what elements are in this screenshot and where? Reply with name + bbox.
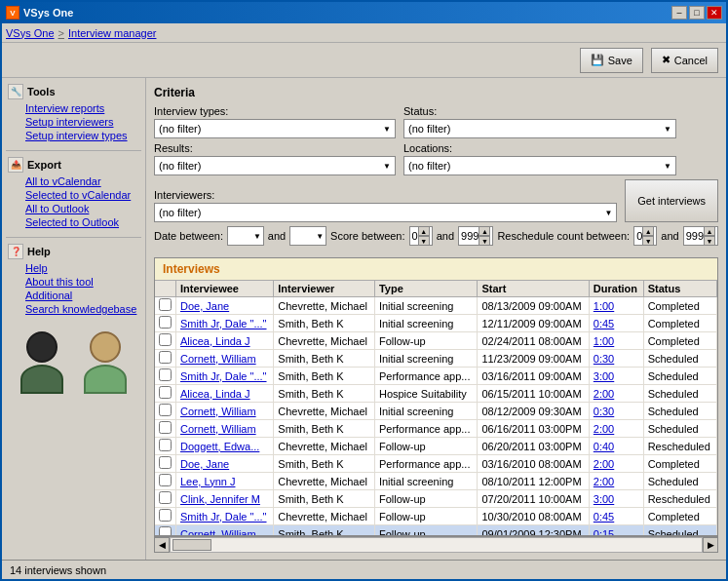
table-row[interactable]: Cornett, William Smith, Beth K Performan… bbox=[155, 420, 717, 438]
interviewers-select[interactable]: (no filter) ▼ bbox=[154, 203, 617, 222]
sidebar-item-selected-outlook[interactable]: Selected to Outlook bbox=[6, 215, 141, 229]
table-row[interactable]: Cornett, William Smith, Beth K Follow-up… bbox=[155, 525, 717, 536]
reschedule-max-input[interactable]: 999 ▲ ▼ bbox=[683, 226, 718, 246]
row-checkbox[interactable] bbox=[159, 509, 172, 522]
row-checkbox[interactable] bbox=[159, 404, 172, 416]
sidebar-item-help[interactable]: Help bbox=[6, 261, 141, 275]
scroll-left-button[interactable]: ◀ bbox=[154, 537, 170, 553]
table-row[interactable]: Cornett, William Chevrette, Michael Init… bbox=[155, 403, 717, 420]
row-checkbox-cell[interactable] bbox=[155, 403, 176, 420]
sidebar-item-setup-interviewers[interactable]: Setup interviewers bbox=[6, 115, 141, 129]
interview-types-select[interactable]: (no filter) ▼ bbox=[154, 119, 396, 138]
row-checkbox[interactable] bbox=[159, 368, 172, 381]
cancel-button[interactable]: ✖ Cancel bbox=[651, 48, 718, 73]
col-checkbox[interactable] bbox=[155, 281, 176, 297]
score-max-value: 999 bbox=[461, 230, 479, 242]
table-row[interactable]: Cornett, William Smith, Beth K Initial s… bbox=[155, 350, 717, 368]
sidebar-item-interview-reports[interactable]: Interview reports bbox=[6, 101, 141, 115]
table-row[interactable]: Smith Jr, Dale "..." Smith, Beth K Perfo… bbox=[155, 368, 717, 385]
row-checkbox-cell[interactable] bbox=[155, 438, 176, 455]
row-checkbox[interactable] bbox=[159, 439, 172, 451]
row-checkbox-cell[interactable] bbox=[155, 508, 176, 525]
get-interviews-button[interactable]: Get interviews bbox=[625, 179, 718, 222]
tools-header[interactable]: 🔧 Tools bbox=[6, 82, 141, 101]
row-checkbox[interactable] bbox=[159, 474, 172, 486]
row-checkbox[interactable] bbox=[159, 351, 172, 364]
sidebar-item-selected-vcalendar[interactable]: Selected to vCalendar bbox=[6, 188, 141, 202]
row-checkbox-cell[interactable] bbox=[155, 420, 176, 438]
table-row[interactable]: Clink, Jennifer M Smith, Beth K Follow-u… bbox=[155, 490, 717, 508]
sidebar-item-about-tool[interactable]: About this tool bbox=[6, 275, 141, 289]
score-min-up[interactable]: ▲ bbox=[418, 226, 430, 236]
row-checkbox[interactable] bbox=[159, 456, 172, 469]
row-checkbox-cell[interactable] bbox=[155, 332, 176, 350]
row-checkbox-cell[interactable] bbox=[155, 315, 176, 332]
table-row[interactable]: Doe, Jane Chevrette, Michael Initial scr… bbox=[155, 297, 717, 315]
col-type[interactable]: Type bbox=[374, 281, 478, 297]
maximize-button[interactable]: □ bbox=[689, 6, 705, 19]
row-checkbox-cell[interactable] bbox=[155, 490, 176, 508]
row-checkbox[interactable] bbox=[159, 386, 172, 399]
row-checkbox-cell[interactable] bbox=[155, 473, 176, 490]
horizontal-scrollbar[interactable] bbox=[170, 537, 703, 553]
reschedule-min-up[interactable]: ▲ bbox=[642, 226, 654, 236]
col-duration[interactable]: Duration bbox=[589, 281, 643, 297]
row-checkbox[interactable] bbox=[159, 298, 172, 311]
table-row[interactable]: Smith Jr, Dale "..." Smith, Beth K Initi… bbox=[155, 315, 717, 332]
score-max-input[interactable]: 999 ▲ ▼ bbox=[458, 226, 493, 246]
table-container[interactable]: Interviewee Interviewer Type Start Durat… bbox=[155, 281, 717, 535]
score-max-down[interactable]: ▼ bbox=[479, 236, 490, 246]
scrollbar-thumb[interactable] bbox=[172, 539, 211, 551]
menu-interview-manager[interactable]: Interview manager bbox=[68, 27, 157, 39]
interviews-header: Interviews bbox=[155, 258, 717, 281]
date-to-input[interactable]: ▼ bbox=[289, 226, 326, 246]
score-min-down[interactable]: ▼ bbox=[418, 236, 430, 246]
row-checkbox-cell[interactable] bbox=[155, 350, 176, 368]
table-row[interactable]: Smith Jr, Dale "..." Chevrette, Michael … bbox=[155, 508, 717, 525]
row-interviewer: Smith, Beth K bbox=[274, 368, 375, 385]
reschedule-min-down[interactable]: ▼ bbox=[642, 236, 654, 246]
help-header[interactable]: ❓ Help bbox=[6, 242, 141, 261]
menu-vsys-one[interactable]: VSys One bbox=[6, 27, 55, 39]
col-interviewee[interactable]: Interviewee bbox=[176, 281, 274, 297]
close-button[interactable]: ✕ bbox=[707, 6, 722, 19]
minimize-button[interactable]: – bbox=[671, 6, 687, 19]
row-duration: 3:00 bbox=[589, 368, 643, 385]
row-checkbox-cell[interactable] bbox=[155, 525, 176, 536]
row-checkbox[interactable] bbox=[159, 491, 172, 504]
row-checkbox-cell[interactable] bbox=[155, 368, 176, 385]
table-row[interactable]: Doe, Jane Smith, Beth K Performance app.… bbox=[155, 455, 717, 473]
table-row[interactable]: Lee, Lynn J Chevrette, Michael Initial s… bbox=[155, 473, 717, 490]
row-interviewee: Cornett, William bbox=[176, 403, 274, 420]
col-status[interactable]: Status bbox=[643, 281, 716, 297]
row-checkbox-cell[interactable] bbox=[155, 385, 176, 403]
row-checkbox[interactable] bbox=[159, 526, 172, 535]
col-interviewer[interactable]: Interviewer bbox=[274, 281, 375, 297]
scroll-right-button[interactable]: ▶ bbox=[703, 537, 718, 553]
row-checkbox-cell[interactable] bbox=[155, 455, 176, 473]
sidebar-item-search-kb[interactable]: Search knowledgebase bbox=[6, 302, 141, 316]
row-checkbox[interactable] bbox=[159, 421, 172, 434]
export-header[interactable]: 📤 Export bbox=[6, 155, 141, 174]
sidebar-item-all-outlook[interactable]: All to Outlook bbox=[6, 202, 141, 215]
reschedule-min-input[interactable]: 0 ▲ ▼ bbox=[633, 226, 657, 246]
col-start[interactable]: Start bbox=[478, 281, 589, 297]
reschedule-max-down[interactable]: ▼ bbox=[704, 236, 715, 246]
table-row[interactable]: Alicea, Linda J Smith, Beth K Hospice Su… bbox=[155, 385, 717, 403]
results-select[interactable]: (no filter) ▼ bbox=[154, 156, 396, 175]
sidebar-item-setup-interview-types[interactable]: Setup interview types bbox=[6, 129, 141, 142]
score-min-input[interactable]: 0 ▲ ▼ bbox=[409, 226, 433, 246]
row-checkbox[interactable] bbox=[159, 316, 172, 329]
table-row[interactable]: Doggett, Edwa... Chevrette, Michael Foll… bbox=[155, 438, 717, 455]
status-select[interactable]: (no filter) ▼ bbox=[403, 119, 676, 138]
score-max-up[interactable]: ▲ bbox=[479, 226, 490, 236]
table-row[interactable]: Alicea, Linda J Chevrette, Michael Follo… bbox=[155, 332, 717, 350]
reschedule-max-up[interactable]: ▲ bbox=[704, 226, 715, 236]
date-from-input[interactable]: ▼ bbox=[227, 226, 264, 246]
row-checkbox-cell[interactable] bbox=[155, 297, 176, 315]
locations-select[interactable]: (no filter) ▼ bbox=[403, 156, 676, 175]
sidebar-item-additional[interactable]: Additional bbox=[6, 289, 141, 302]
row-checkbox[interactable] bbox=[159, 333, 172, 346]
save-button[interactable]: 💾 Save bbox=[580, 48, 643, 73]
sidebar-item-all-vcalendar[interactable]: All to vCalendar bbox=[6, 174, 141, 188]
